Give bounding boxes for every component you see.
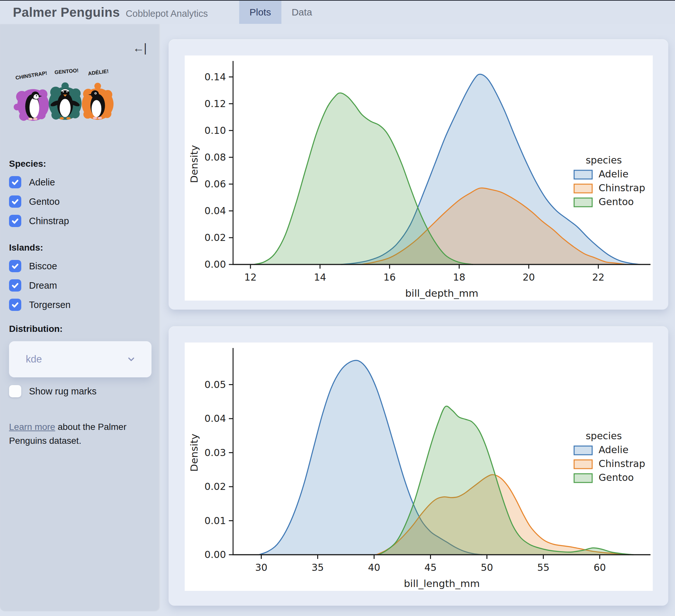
nav-tabs: Plots Data xyxy=(239,1,322,24)
check-icon xyxy=(11,217,19,225)
checkbox-label: Chinstrap xyxy=(29,216,69,226)
chevron-down-icon xyxy=(126,354,136,364)
x-axis-label: bill_depth_mm xyxy=(405,287,478,299)
y-tick-label: 0.10 xyxy=(204,125,226,136)
checked-checkbox[interactable] xyxy=(9,299,21,311)
learn-more-paragraph: Learn more about the Palmer Penguins dat… xyxy=(9,420,141,448)
checkbox-label: Biscoe xyxy=(29,261,57,272)
page-title: Palmer Penguins xyxy=(13,5,120,20)
checkbox-label: Adelie xyxy=(29,177,55,188)
legend-title: species xyxy=(586,430,622,441)
x-tick-label: 55 xyxy=(537,562,549,573)
checkbox-label: Gentoo xyxy=(29,196,60,207)
title-wrap: Palmer Penguins Cobblepot Analytics xyxy=(0,5,208,20)
legend-title: species xyxy=(586,154,622,166)
checkbox-label: Show rug marks xyxy=(29,386,97,397)
checkbox-island-dream[interactable]: Dream xyxy=(9,279,71,291)
x-tick-label: 22 xyxy=(592,272,604,283)
legend-swatch-gentoo xyxy=(574,474,592,482)
app-header: Palmer Penguins Cobblepot Analytics Plot… xyxy=(0,0,675,24)
distribution-selected-value: kde xyxy=(26,353,42,365)
x-tick-label: 60 xyxy=(593,562,606,573)
legend-swatch-gentoo xyxy=(574,198,592,207)
adelie-label: ADÉLIE! xyxy=(88,68,109,76)
checked-checkbox[interactable] xyxy=(9,215,21,227)
bill-depth-figure: 1214161820220.000.020.040.060.080.100.12… xyxy=(185,56,653,300)
y-tick-label: 0.08 xyxy=(204,152,226,163)
x-tick-label: 14 xyxy=(314,272,326,283)
legend-swatch-adelie xyxy=(574,446,592,455)
penguins-illustration: CHINSTRAP! GENTOO! ADÉLIE! xyxy=(10,62,120,130)
distribution-label: Distribution: xyxy=(9,324,151,334)
x-tick-label: 12 xyxy=(244,272,256,283)
y-tick-label: 0.00 xyxy=(204,549,226,560)
y-tick-label: 0.03 xyxy=(204,447,226,458)
legend-label-chinstrap: Chinstrap xyxy=(599,182,645,194)
checkbox-label: Dream xyxy=(29,280,57,291)
x-tick-label: 40 xyxy=(368,562,380,573)
checkbox-species-chinstrap[interactable]: Chinstrap xyxy=(9,215,69,227)
bill-length-chart-card: 303540455055600.000.010.020.030.040.05bi… xyxy=(169,326,668,606)
y-tick-label: 0.06 xyxy=(204,178,226,190)
checkbox-island-torgersen[interactable]: Torgersen xyxy=(9,299,71,311)
legend-label-adelie: Adelie xyxy=(599,444,628,456)
legend-label-gentoo: Gentoo xyxy=(599,196,634,207)
gentoo-label: GENTOO! xyxy=(55,67,79,75)
y-tick-label: 0.00 xyxy=(204,259,226,270)
checkbox-show-rug-marks[interactable]: Show rug marks xyxy=(9,385,97,397)
x-tick-label: 20 xyxy=(523,272,535,283)
x-axis-label: bill_length_mm xyxy=(404,577,480,589)
species-filter-group: Species: Adelie Gentoo Chinstrap xyxy=(9,159,69,227)
x-tick-label: 50 xyxy=(480,562,493,573)
kde-fill-gentoo xyxy=(379,406,634,555)
unchecked-checkbox[interactable] xyxy=(9,385,21,397)
check-icon xyxy=(11,281,19,290)
species-group-label: Species: xyxy=(9,159,69,169)
density-chart-bill-length: 303540455055600.000.010.020.030.040.05bi… xyxy=(185,343,653,591)
checked-checkbox[interactable] xyxy=(9,279,21,291)
bill-depth-chart-card: 1214161820220.000.020.040.060.080.100.12… xyxy=(169,39,668,310)
x-tick-label: 30 xyxy=(255,562,267,573)
density-chart-bill-depth: 1214161820220.000.020.040.060.080.100.12… xyxy=(185,56,653,300)
learn-more-link[interactable]: Learn more xyxy=(9,422,55,432)
checkbox-species-gentoo[interactable]: Gentoo xyxy=(9,195,69,208)
y-tick-label: 0.02 xyxy=(204,481,226,492)
sidebar: ←| xyxy=(0,24,160,612)
check-icon xyxy=(11,178,19,187)
legend-swatch-chinstrap xyxy=(574,460,592,469)
bill-length-figure: 303540455055600.000.010.020.030.040.05bi… xyxy=(185,343,653,591)
y-tick-label: 0.02 xyxy=(204,232,226,243)
distribution-select[interactable]: kde xyxy=(9,341,151,378)
checked-checkbox[interactable] xyxy=(9,195,21,208)
x-tick-label: 18 xyxy=(453,272,465,283)
check-icon xyxy=(11,197,19,206)
x-tick-label: 35 xyxy=(311,562,324,573)
y-tick-label: 0.04 xyxy=(204,205,226,216)
legend-label-adelie: Adelie xyxy=(599,168,628,180)
checkbox-island-biscoe[interactable]: Biscoe xyxy=(9,260,71,272)
legend-swatch-adelie xyxy=(574,170,592,179)
checkbox-label: Torgersen xyxy=(29,299,71,310)
y-tick-label: 0.05 xyxy=(204,379,226,390)
tab-data[interactable]: Data xyxy=(281,1,322,24)
legend-label-gentoo: Gentoo xyxy=(599,472,634,483)
legend-label-chinstrap: Chinstrap xyxy=(599,458,645,469)
legend-swatch-chinstrap xyxy=(574,184,592,193)
tab-plots[interactable]: Plots xyxy=(239,1,281,24)
x-tick-label: 16 xyxy=(384,272,396,283)
chinstrap-label: CHINSTRAP! xyxy=(15,70,48,81)
x-tick-label: 45 xyxy=(424,562,437,573)
checked-checkbox[interactable] xyxy=(9,176,21,188)
checked-checkbox[interactable] xyxy=(9,260,21,272)
y-axis-label: Density xyxy=(188,145,200,183)
page-subtitle: Cobblepot Analytics xyxy=(126,8,208,19)
islands-filter-group: Islands: Biscoe Dream Torgersen xyxy=(9,243,71,311)
distribution-group: Distribution: kde xyxy=(9,324,151,378)
check-icon xyxy=(11,262,19,270)
islands-group-label: Islands: xyxy=(9,243,71,253)
y-tick-label: 0.14 xyxy=(204,71,226,82)
collapse-sidebar-icon[interactable]: ←| xyxy=(133,41,146,55)
y-tick-label: 0.12 xyxy=(204,98,226,109)
checkbox-species-adelie[interactable]: Adelie xyxy=(9,176,69,188)
y-tick-label: 0.01 xyxy=(204,515,226,526)
